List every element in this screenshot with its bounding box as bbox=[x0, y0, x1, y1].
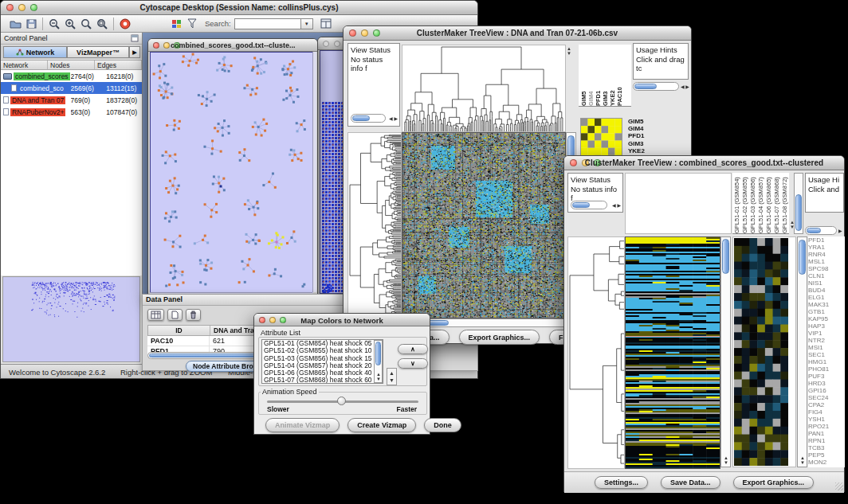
attribute-list-item[interactable]: GPL51-01 (GSM854) heat shock 05 min bbox=[262, 340, 383, 347]
new-attribute-icon[interactable] bbox=[167, 309, 183, 321]
column-header[interactable]: Edges bbox=[95, 61, 142, 69]
attribute-list[interactable]: GPL51-01 (GSM854) heat shock 05 minGPL51… bbox=[261, 339, 383, 384]
dialog-button[interactable]: Done bbox=[424, 418, 461, 432]
gene-label[interactable]: SEC1 bbox=[808, 351, 845, 358]
attribute-list-item[interactable]: GPL51-02 (GSM855) heat shock 10 min bbox=[262, 347, 383, 354]
zoom-selected-icon[interactable] bbox=[94, 17, 110, 31]
gene-label[interactable]: ELG1 bbox=[808, 294, 845, 301]
minimize-button[interactable] bbox=[163, 42, 170, 49]
gene-label[interactable]: MSI1 bbox=[808, 344, 845, 351]
scroll-arrows[interactable]: ◀ ▶ bbox=[612, 203, 621, 208]
scroll-arrows[interactable]: ▲▼ bbox=[800, 455, 805, 465]
help-lifering-icon[interactable] bbox=[117, 17, 133, 31]
gene-label[interactable]: RPO21 bbox=[808, 423, 845, 430]
gene-label[interactable]: HMG1 bbox=[808, 358, 845, 365]
zoom-fit-icon[interactable] bbox=[78, 17, 94, 31]
network-view-canvas[interactable] bbox=[151, 53, 313, 293]
labels-vscrollbar[interactable]: ▲▼ bbox=[797, 236, 807, 467]
column-label[interactable]: GPL51-06 (GSM865) bbox=[765, 173, 773, 233]
dialog-button[interactable]: Animate Vizmap bbox=[265, 418, 340, 432]
column-labels-vscrollbar[interactable] bbox=[794, 173, 803, 234]
gene-label[interactable]: TCB3 bbox=[808, 444, 845, 451]
gene-label[interactable]: PAN1 bbox=[808, 430, 845, 437]
column-dendrogram-canvas[interactable] bbox=[402, 45, 566, 132]
select-attributes-icon[interactable] bbox=[147, 309, 164, 321]
treeview-action-button[interactable]: Settings... bbox=[595, 476, 648, 489]
treeview1-titlebar[interactable]: ClusterMaker TreeView : DNA and Tran 07-… bbox=[344, 26, 691, 41]
dialog-button[interactable]: Create Vizmap bbox=[347, 418, 416, 432]
search-input[interactable] bbox=[234, 18, 301, 29]
minimize-button[interactable] bbox=[334, 41, 340, 47]
scroll-arrows[interactable]: ▲▼ bbox=[376, 372, 381, 381]
network-tree-row[interactable]: combined_scores 2764(0) 16218(0) bbox=[1, 70, 142, 82]
main-titlebar[interactable]: Cytoscape Desktop (Session Name: collins… bbox=[1, 1, 477, 15]
gene-label[interactable]: SPC98 bbox=[808, 265, 845, 272]
gene-label[interactable]: YRA1 bbox=[808, 244, 845, 251]
close-button[interactable] bbox=[323, 41, 329, 47]
column-label[interactable]: GPL51-08 (GSM872) bbox=[781, 173, 789, 233]
gene-label[interactable]: HRD3 bbox=[808, 380, 845, 387]
scrollbar-thumb[interactable] bbox=[722, 239, 729, 274]
gene-label[interactable]: RPN1 bbox=[808, 437, 845, 444]
zoom-out-icon[interactable] bbox=[46, 17, 62, 31]
column-label[interactable]: GPL51-02 (GSM855) bbox=[741, 173, 749, 233]
column-label[interactable]: GPL51-01 (GSM854) bbox=[733, 173, 741, 233]
zoom-hscrollbar[interactable] bbox=[633, 82, 679, 91]
column-header[interactable]: Network bbox=[1, 61, 48, 69]
open-file-icon[interactable] bbox=[7, 17, 23, 31]
scroll-arrows[interactable]: ▶ bbox=[838, 229, 842, 233]
heatmap-canvas[interactable] bbox=[402, 132, 566, 318]
move-up-button[interactable]: ∧ bbox=[398, 344, 428, 354]
vizmap-icon[interactable] bbox=[168, 17, 184, 31]
global-heatmap-canvas[interactable] bbox=[625, 236, 720, 469]
gene-label[interactable]: PEP5 bbox=[808, 451, 845, 459]
zoom-heatmap-canvas[interactable] bbox=[734, 238, 788, 466]
row-label[interactable]: YKE2 bbox=[628, 147, 662, 154]
scrollbar-thumb[interactable] bbox=[795, 194, 802, 231]
gene-label[interactable]: GPI16 bbox=[808, 387, 845, 394]
attribute-list-item[interactable]: GPL51-07 (GSM868) heat shock 60 min bbox=[262, 377, 383, 384]
search-dropdown-button[interactable]: ▼ bbox=[301, 18, 313, 29]
gene-label[interactable]: KAP95 bbox=[808, 315, 845, 322]
column-label[interactable]: GPL51-07 (GSM868) bbox=[773, 173, 781, 233]
network-overview-canvas[interactable] bbox=[3, 277, 140, 362]
gene-label[interactable]: YSH1 bbox=[808, 416, 845, 423]
scroll-arrows[interactable]: ◀ ▶ bbox=[389, 116, 398, 121]
row-dendrogram-canvas[interactable] bbox=[567, 236, 625, 469]
column-label[interactable]: GIM5 bbox=[580, 45, 587, 106]
network1-titlebar[interactable]: combined_scores_good.txt--cluste... bbox=[148, 39, 317, 52]
column-label[interactable]: GIM3 bbox=[602, 45, 609, 106]
scrollbar-thumb[interactable] bbox=[799, 240, 806, 275]
column-header[interactable]: Nodes bbox=[48, 61, 95, 69]
row-label[interactable]: PFD1 bbox=[628, 132, 662, 139]
tab-overflow-button[interactable]: ▶ bbox=[129, 46, 140, 58]
move-down-button[interactable]: ∨ bbox=[398, 358, 428, 369]
scroll-arrows[interactable]: ▲▼ bbox=[724, 455, 728, 465]
gene-label[interactable]: BUD4 bbox=[808, 287, 845, 294]
gene-label[interactable]: MON2 bbox=[808, 459, 845, 466]
zoom-arrows[interactable]: ▲▼ bbox=[567, 46, 571, 56]
gene-label[interactable]: HAP3 bbox=[808, 322, 845, 330]
zoom-in-icon[interactable] bbox=[62, 17, 78, 31]
tab-vizmapper[interactable]: VizMapper™ bbox=[67, 46, 129, 58]
treeview-action-button[interactable]: Export Graphics... bbox=[459, 330, 540, 345]
attribute-list-item[interactable]: GPL51-04 (GSM857) heat shock 20 min bbox=[262, 362, 383, 369]
row-label[interactable]: GIM5 bbox=[628, 118, 662, 125]
scrollbar-thumb[interactable] bbox=[375, 342, 381, 365]
treeview2-titlebar[interactable]: ClusterMaker TreeView : combined_scores_… bbox=[564, 156, 844, 170]
gene-label[interactable]: VIP1 bbox=[808, 330, 845, 337]
attribute-list-scrollbar[interactable]: ▲▼ bbox=[374, 340, 383, 383]
column-id[interactable]: ID bbox=[148, 326, 210, 335]
treeview-action-button[interactable]: Save Data... bbox=[661, 476, 720, 489]
heatmap-vscrollbar[interactable]: ▲▼ bbox=[720, 236, 731, 467]
speed-slider-thumb[interactable] bbox=[337, 397, 346, 405]
delete-attribute-icon[interactable] bbox=[186, 309, 201, 321]
gene-label[interactable]: MSL1 bbox=[808, 258, 845, 265]
column-label[interactable]: PFD1 bbox=[595, 45, 602, 106]
usage-hscrollbar[interactable] bbox=[805, 226, 837, 235]
view-status-scrollbar[interactable] bbox=[571, 201, 607, 209]
filter-icon[interactable] bbox=[184, 17, 200, 31]
gene-label[interactable]: SEC24 bbox=[808, 394, 845, 401]
network-tree-row[interactable]: combined_sco 2569(6) 13112(15) bbox=[1, 82, 142, 94]
scroll-arrows[interactable]: ◀ ▶ bbox=[681, 84, 689, 89]
